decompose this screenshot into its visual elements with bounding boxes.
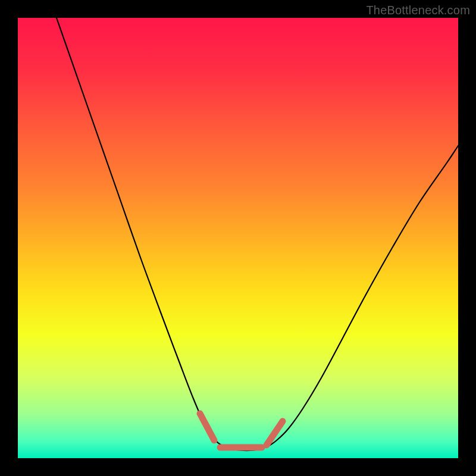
plot-area — [18, 18, 458, 458]
valley-left-dash — [200, 414, 214, 440]
valley-markers — [200, 414, 283, 447]
watermark-text: TheBottleneck.com — [366, 4, 470, 17]
curve-layer — [18, 18, 458, 458]
chart-frame: TheBottleneck.com — [0, 0, 476, 476]
bottleneck-curve — [57, 18, 458, 450]
